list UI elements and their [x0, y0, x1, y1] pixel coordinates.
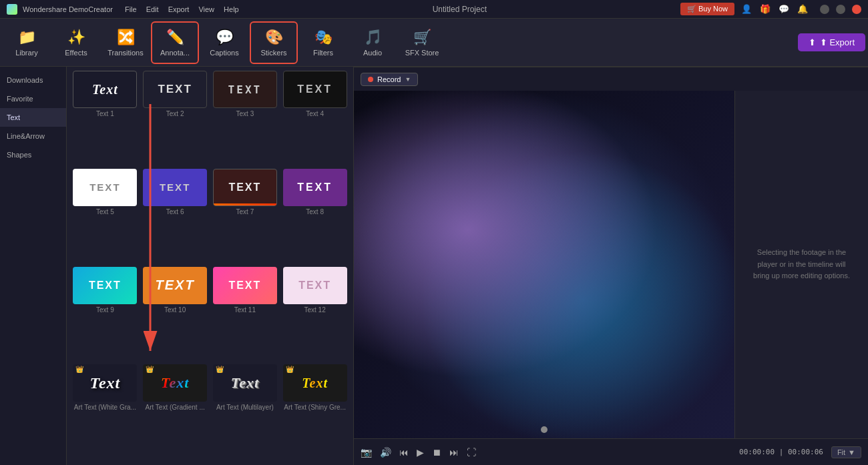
text-thumb-7: TEXT [213, 169, 277, 206]
text-label-2: Text 2 [143, 110, 207, 117]
sidebar-item-downloads[interactable]: Downloads [0, 71, 66, 89]
list-item[interactable]: TEXT Text 8 [280, 169, 349, 266]
sidebar-item-text[interactable]: Text [0, 108, 66, 127]
effects-label: Effects [65, 49, 87, 57]
menu-help[interactable]: Help [224, 5, 239, 13]
record-button[interactable]: Record ▼ [361, 73, 418, 86]
library-icon: 📁 [18, 29, 36, 46]
list-item[interactable]: TEXT Text 2 [141, 71, 210, 167]
menu-view[interactable]: View [198, 5, 214, 13]
text-thumb-art2: 👑 Text [143, 364, 207, 402]
text-label-art1: Art Text (White Gra... [73, 404, 137, 411]
right-panel: Record ▼ Selecting the footage in the pl… [354, 67, 868, 465]
text-label-11: Text 11 [213, 306, 277, 314]
list-item[interactable]: TEXT Text 3 [211, 71, 280, 167]
left-panel: Downloads Favorite Text Line&Arrow Shape… [0, 67, 67, 465]
controls-bar: 📷 🔊 ⏮ ▶ ⏹ ⏭ ⛶ 00:00:00 | 00:00:06 Fit ▼ [354, 438, 868, 465]
list-item[interactable]: TEXT Text 4 [280, 71, 349, 167]
list-item[interactable]: TEXT Text 12 [280, 267, 349, 364]
play-button[interactable]: ▶ [417, 447, 424, 458]
transitions-icon: 🔀 [117, 29, 135, 46]
sidebar-item-shapes[interactable]: Shapes [0, 145, 66, 164]
list-item[interactable]: 👑 Text Art Text (Shiny Gre... [280, 364, 349, 461]
buy-now-button[interactable]: 🛒 Buy Now [680, 3, 734, 15]
toolbar-filters[interactable]: 🎭 Filters [299, 21, 347, 64]
audio-icon: 🎵 [364, 29, 382, 46]
toolbar-stickers[interactable]: 🎨 Stickers [250, 21, 298, 64]
text-label-art3: Art Text (Multilayer) [213, 404, 277, 411]
video-progress-indicator [541, 426, 548, 433]
library-label: Library [15, 49, 38, 57]
stickers-icon: 🎨 [265, 29, 283, 46]
text-thumb-art1: 👑 Text [73, 364, 137, 402]
export-button[interactable]: ⬆ ⬆ Export [798, 33, 865, 51]
stop-button[interactable]: ⏹ [432, 447, 441, 458]
window-controls: ─ □ ✕ [820, 5, 861, 14]
preview-sidebar: Selecting the footage in the player or i… [734, 91, 868, 438]
toolbar-effects[interactable]: ✨ Effects [52, 21, 100, 64]
minimize-button[interactable]: ─ [820, 5, 829, 14]
text-label-10: Text 10 [143, 306, 207, 314]
preview-area: Selecting the footage in the player or i… [354, 91, 868, 438]
gift-icon[interactable]: 🎁 [758, 3, 772, 16]
text-label-art4: Art Text (Shiny Gre... [283, 404, 347, 411]
list-item[interactable]: TEXT Text 11 [211, 267, 280, 364]
user-icon[interactable]: 👤 [740, 3, 753, 16]
list-item[interactable]: 👑 Text Art Text (Multilayer) [211, 364, 280, 461]
camera-icon[interactable]: 📷 [361, 447, 372, 458]
volume-icon[interactable]: 🔊 [380, 447, 391, 458]
list-item[interactable]: TEXT Text 5 [71, 169, 140, 266]
notifications-icon[interactable]: 🔔 [796, 3, 809, 16]
list-item[interactable]: Text Text 1 [71, 71, 140, 167]
text-label-art2: Art Text (Gradient ... [143, 404, 207, 411]
rewind-button[interactable]: ⏮ [399, 447, 409, 458]
text-label-5: Text 5 [73, 208, 137, 215]
text-label-8: Text 8 [283, 208, 347, 215]
app-name: Wondershare DemoCreator [23, 5, 113, 13]
window-title: Untitled Project [433, 5, 487, 14]
sidebar-item-line-arrow[interactable]: Line&Arrow [0, 127, 66, 145]
list-item[interactable]: 👑 Text Art Text (Gradient ... [141, 364, 210, 461]
list-item[interactable]: TEXT Text 6 [141, 169, 210, 266]
list-item[interactable]: TEXT Text 7 [211, 169, 280, 266]
menu-export[interactable]: Export [168, 5, 190, 13]
maximize-button[interactable]: □ [836, 5, 845, 14]
sfxstore-icon: 🛒 [413, 29, 431, 46]
list-item[interactable]: TEXT Text 9 [71, 267, 140, 364]
toolbar-captions[interactable]: 💬 Captions [200, 21, 248, 64]
text-thumb-6: TEXT [143, 169, 207, 206]
text-thumb-art3: 👑 Text [213, 364, 277, 402]
toolbar-sfxstore[interactable]: 🛒 SFX Store [398, 21, 446, 64]
fullscreen-icon[interactable]: ⛶ [467, 447, 476, 458]
title-bar-right: 🛒 Buy Now 👤 🎁 💬 🔔 ─ □ ✕ [680, 3, 861, 16]
list-item[interactable]: TEXT Text 10 [141, 267, 210, 364]
fast-forward-button[interactable]: ⏭ [449, 447, 459, 458]
toolbar-library[interactable]: 📁 Library [3, 21, 51, 64]
sidebar-item-favorite[interactable]: Favorite [0, 89, 66, 108]
filters-label: Filters [313, 49, 333, 57]
record-bar: Record ▼ [354, 67, 868, 91]
toolbar-audio[interactable]: 🎵 Audio [349, 21, 397, 64]
title-bar: Wondershare DemoCreator File Edit Export… [0, 0, 868, 19]
annotations-icon: ✏️ [166, 29, 184, 46]
chat-icon[interactable]: 💬 [777, 3, 791, 16]
audio-label: Audio [363, 49, 382, 57]
text-thumb-9: TEXT [73, 267, 137, 304]
menu-edit[interactable]: Edit [146, 5, 159, 13]
sfxstore-label: SFX Store [405, 49, 439, 57]
toolbar-annotations[interactable]: ✏️ Annota... [151, 21, 199, 64]
toolbar-transitions[interactable]: 🔀 Transitions [101, 21, 150, 64]
filters-icon: 🎭 [314, 29, 333, 46]
transitions-label: Transitions [107, 49, 143, 57]
record-chevron-icon: ▼ [405, 76, 411, 83]
fit-button[interactable]: Fit ▼ [831, 446, 861, 458]
list-item[interactable]: 👑 Text Art Text (White Gra... [71, 364, 140, 461]
menu-file[interactable]: File [125, 5, 137, 13]
close-button[interactable]: ✕ [852, 5, 861, 14]
captions-icon: 💬 [216, 29, 234, 46]
text-thumb-4: TEXT [283, 71, 347, 108]
export-icon: ⬆ [809, 37, 816, 47]
fit-chevron-icon: ▼ [848, 448, 855, 456]
text-label-6: Text 6 [143, 208, 207, 215]
text-label-1: Text 1 [73, 110, 137, 117]
